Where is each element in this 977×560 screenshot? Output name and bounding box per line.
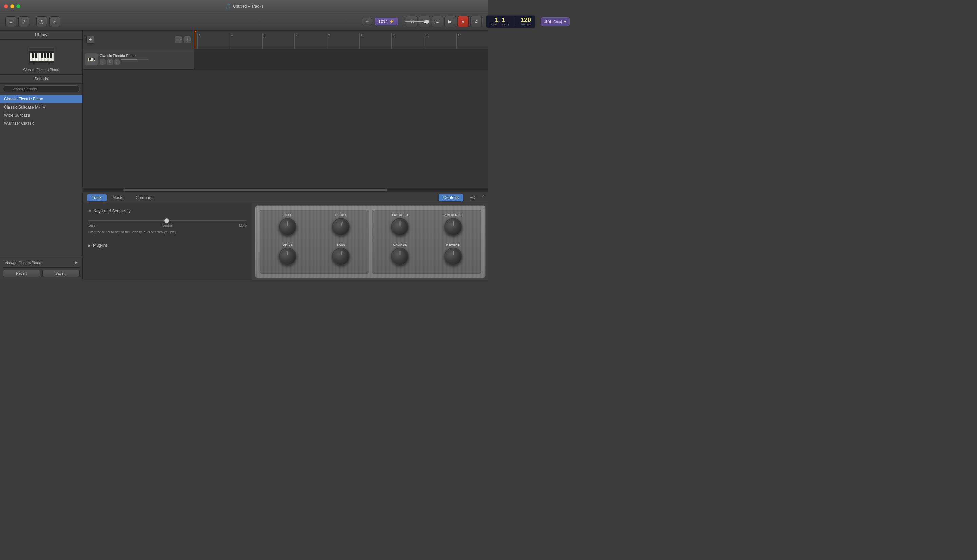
toolbar-left: ≡ ? ◎ ✂ — [5, 16, 60, 27]
knob-drive-control[interactable] — [279, 248, 297, 265]
tab-controls[interactable]: Controls — [438, 194, 463, 202]
revert-button[interactable]: Revert — [3, 270, 40, 277]
ruler-mark-17: 17 — [456, 33, 488, 48]
svg-rect-11 — [35, 53, 37, 58]
sidebar: Library — [0, 30, 83, 280]
knob-chorus-label: CHORUS — [393, 243, 407, 246]
sidebar-action-buttons: Revert Save... — [3, 270, 80, 277]
instrument-image — [28, 45, 55, 65]
label-less: Less — [88, 223, 95, 227]
ruler-num: 1 — [199, 33, 200, 37]
ruler-mark-3: 3 — [230, 33, 262, 48]
table-row: Classic Electric Piano ♩ S 🎧 — [83, 49, 488, 70]
sound-item-classic-electric-piano[interactable]: Classic Electric Piano — [0, 95, 82, 103]
ruler-mark-13: 13 — [392, 33, 424, 48]
sidebar-footer: Vintage Electric Piano ▶ Revert Save... — [0, 256, 82, 280]
ruler-marks-container: 1 3 5 7 9 11 13 15 17 — [195, 33, 488, 48]
play-btn[interactable]: ▶ — [444, 16, 456, 27]
knob-bass: BASS — [317, 243, 365, 270]
label-neutral: Neutral — [162, 223, 173, 227]
smart-controls-btn[interactable]: ◎ — [36, 16, 47, 27]
tab-eq-label: EQ — [470, 195, 475, 200]
track-volume-fill — [121, 59, 137, 60]
sound-item-wide-suitcase[interactable]: Wide Suitcase — [0, 111, 82, 119]
track-ctrl-btn-2[interactable]: 𝄞 — [183, 36, 191, 43]
cycle-btn[interactable]: ↺ — [470, 16, 482, 27]
track-mute-btn[interactable]: ♩ — [100, 59, 106, 65]
sounds-header: Sounds — [0, 75, 82, 84]
help-btn[interactable]: ? — [18, 16, 29, 27]
bottom-content: ▼ Keyboard Sensitivity Less Neutral More — [83, 203, 488, 280]
library-btn[interactable]: ≡ — [5, 16, 16, 27]
record-icon: ● — [462, 19, 464, 24]
notation-display-btn[interactable]: 1234 ⚡ — [375, 18, 398, 25]
tab-eq[interactable]: EQ — [465, 194, 480, 202]
svg-rect-13 — [44, 53, 46, 58]
expand-panel-btn[interactable]: ⤢ — [481, 194, 484, 202]
knob-ambience-control[interactable] — [444, 218, 462, 236]
knob-bell: BELL — [264, 213, 312, 240]
ruler-mark-15: 15 — [424, 33, 456, 48]
knob-bell-control[interactable] — [279, 218, 297, 236]
track-ctrl-btn-1[interactable]: ⟶ — [175, 36, 182, 43]
track-name: Classic Electric Piano — [100, 53, 192, 58]
close-btn[interactable] — [4, 4, 8, 8]
tab-master-label: Master — [113, 195, 125, 200]
master-volume-thumb[interactable] — [425, 20, 429, 24]
playhead[interactable] — [195, 30, 195, 48]
save-button[interactable]: Save... — [42, 270, 80, 277]
track-info-panel-header: + ⟶ 𝄞 — [83, 30, 195, 49]
track-headphones-btn[interactable]: 🎧 — [114, 59, 120, 65]
knob-treble-control[interactable] — [332, 218, 350, 236]
track-ctrl-icon-2: 𝄞 — [186, 38, 188, 42]
knob-bass-control[interactable] — [332, 248, 350, 265]
knob-reverb: REVERB — [430, 243, 477, 270]
record-btn[interactable]: ● — [457, 16, 469, 27]
sound-item-classic-suitcase[interactable]: Classic Suitcase Mk IV — [0, 103, 82, 111]
expand-icon: ⤢ — [481, 194, 484, 202]
notation-icon: 1234 ⚡ — [378, 19, 395, 23]
search-input[interactable] — [3, 85, 80, 92]
svg-rect-26 — [93, 58, 93, 60]
minimize-btn[interactable] — [10, 4, 14, 8]
add-track-btn[interactable]: + — [86, 36, 94, 44]
tab-track[interactable]: Track — [87, 194, 107, 202]
maximize-btn[interactable] — [16, 4, 20, 8]
knob-tremolo: TREMOLO — [376, 213, 424, 240]
track-solo-btn[interactable]: S — [107, 59, 113, 65]
knob-reverb-control[interactable] — [444, 248, 462, 265]
svg-rect-16 — [33, 62, 35, 65]
track-volume-mini[interactable] — [121, 59, 148, 60]
scissors-icon: ✂ — [53, 19, 57, 24]
timeline-scrollbar-thumb[interactable] — [123, 188, 387, 191]
knob-reverb-label: REVERB — [446, 243, 460, 246]
pencil-icon: ✏ — [366, 19, 369, 24]
ruler-mark-5: 5 — [262, 33, 295, 48]
scissors-btn[interactable]: ✂ — [49, 16, 60, 27]
section-collapse-icon[interactable]: ▼ — [88, 209, 92, 213]
track-mini-controls: ♩ S 🎧 — [100, 59, 192, 65]
vintage-electric-piano-item[interactable]: Vintage Electric Piano ▶ — [3, 259, 80, 266]
plugins-section: ▶ Plug-ins — [88, 243, 247, 248]
tab-controls-label: Controls — [443, 195, 458, 200]
sensitivity-slider[interactable] — [88, 220, 247, 222]
library-header: Library — [0, 30, 82, 40]
knob-ambience-label: AMBIENCE — [444, 213, 462, 217]
sensitivity-slider-container: Less Neutral More Drag the slider to adj… — [88, 217, 247, 237]
ruler-num: 15 — [425, 33, 428, 37]
knob-tremolo-control[interactable] — [391, 218, 409, 236]
track-lane-content[interactable] — [195, 49, 488, 69]
tab-master[interactable]: Master — [108, 194, 130, 202]
plugins-collapse-icon[interactable]: ▶ — [88, 243, 91, 247]
master-volume-slider[interactable] — [405, 21, 439, 22]
tracks-container: Classic Electric Piano ♩ S 🎧 — [83, 49, 488, 188]
track-instrument-icon — [85, 53, 98, 65]
sound-item-wurlitzer[interactable]: Wurlitzer Classic — [0, 119, 82, 128]
knob-chorus-control[interactable] — [391, 248, 409, 265]
knob-drive: DRIVE — [264, 243, 312, 270]
svg-rect-27 — [94, 58, 95, 60]
sensitivity-slider-thumb[interactable] — [164, 218, 169, 223]
pencil-btn[interactable]: ✏ — [362, 18, 372, 25]
play-icon: ▶ — [448, 19, 452, 24]
tab-compare[interactable]: Compare — [131, 194, 157, 202]
